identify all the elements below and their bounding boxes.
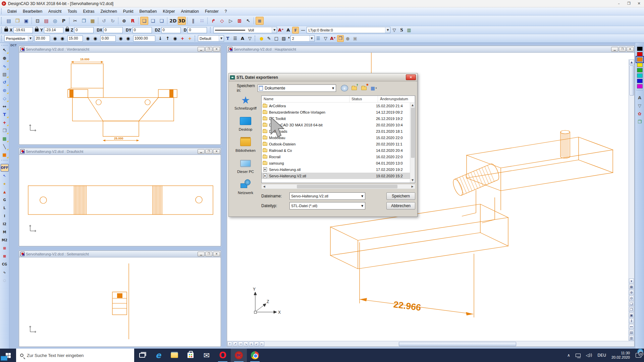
swatch-blue[interactable] xyxy=(637,79,643,83)
viewport-top-canvas[interactable] xyxy=(19,155,221,246)
tilt-input[interactable]: 15.00 xyxy=(67,36,83,42)
layer-select[interactable]: Default ▼ xyxy=(198,35,224,42)
file-row[interactable]: A ArCoMora 15.02.2020 21:4 xyxy=(262,103,410,109)
dimension-tool[interactable]: ↔ xyxy=(1,103,9,110)
sep[interactable] xyxy=(69,17,70,24)
coord-input[interactable]: -23.14 xyxy=(44,27,63,33)
text-plus-icon[interactable]: A⁺ xyxy=(330,35,336,42)
info-panel-icon[interactable]: ≡ xyxy=(256,17,264,25)
polygon-tool[interactable]: ◇ xyxy=(1,95,9,102)
move-down-icon[interactable]: ↓ xyxy=(157,35,164,42)
menu-item[interactable]: Datei xyxy=(4,8,20,15)
parallel-icon[interactable]: ∥ xyxy=(189,17,197,25)
viewport-restore-button[interactable]: ❐ xyxy=(205,252,212,256)
file-list-hscrollbar[interactable]: ◀ ▶ xyxy=(261,184,415,189)
camera-rotate-right-icon[interactable]: ◉ xyxy=(59,35,66,42)
notification-center-button[interactable]: 22 xyxy=(633,353,644,358)
polyline-tool[interactable]: ∿ xyxy=(1,62,9,70)
nav-right[interactable]: → xyxy=(238,342,243,346)
layer-number-select[interactable]: 2 ▼ xyxy=(290,35,315,42)
pointer-icon[interactable]: ↖ xyxy=(244,17,252,25)
coord-input[interactable]: 0 xyxy=(187,27,207,33)
font-icon[interactable]: A xyxy=(285,27,291,34)
swatch-orange[interactable] xyxy=(637,57,643,62)
opera-icon[interactable]: O xyxy=(215,349,231,362)
print-preview-icon[interactable]: ◎ xyxy=(51,17,59,25)
toolbar-grip[interactable] xyxy=(1,44,8,46)
zoom-in-icon[interactable]: ⊕ xyxy=(629,290,634,295)
menu-item[interactable]: Punkt xyxy=(120,8,137,15)
roll-input[interactable]: 0.00 xyxy=(100,36,116,42)
menu-item[interactable]: Fenster xyxy=(202,8,222,15)
nav-down[interactable]: ↓ xyxy=(249,342,254,346)
scroll-down-icon[interactable]: ▼ xyxy=(410,178,415,183)
font-plus-icon[interactable]: A⁺ xyxy=(277,27,284,34)
spline-icon[interactable]: S xyxy=(398,27,405,34)
dropdown-arrow-icon[interactable]: ▼ xyxy=(219,36,224,41)
sep[interactable] xyxy=(207,17,208,24)
viewport-close-button[interactable]: ✕ xyxy=(213,47,220,52)
menu-item[interactable]: Körper xyxy=(160,8,178,15)
snap-midpoint-2[interactable]: M2 xyxy=(1,236,9,244)
grid-view-icon[interactable]: ▦ xyxy=(629,284,634,289)
palette-icon[interactable]: ✿ xyxy=(636,110,644,118)
text-attr-icon[interactable]: A xyxy=(636,94,644,102)
nav-up-right[interactable]: ↗ xyxy=(233,342,237,346)
zoom-previous-icon[interactable]: ❐ xyxy=(629,307,634,312)
column-status[interactable]: Status xyxy=(350,96,378,102)
undo-icon[interactable]: ↺ xyxy=(100,17,108,25)
filter-icon[interactable]: ▽ xyxy=(636,102,644,110)
minimize-button[interactable]: – xyxy=(614,0,624,7)
language-indicator[interactable]: DEU xyxy=(595,353,609,358)
snap-gravity-center[interactable]: CG xyxy=(1,260,9,268)
pages-icon[interactable]: ❐ xyxy=(337,35,344,42)
swatch-green[interactable] xyxy=(637,68,643,72)
camera-roll-left-icon[interactable]: ◉ xyxy=(117,35,124,42)
store-icon[interactable] xyxy=(182,349,199,362)
text-style-icon[interactable]: A xyxy=(239,35,246,42)
text-tool[interactable]: T xyxy=(1,111,9,118)
snap-grid-2[interactable]: ⊠ xyxy=(1,252,9,260)
dropdown-arrow-icon[interactable]: ▼ xyxy=(28,36,33,41)
menu-item[interactable]: ? xyxy=(222,8,230,15)
snap-intersect-1[interactable]: I xyxy=(1,212,9,220)
swatch-cyan[interactable] xyxy=(637,73,643,78)
nav-up[interactable]: ↑ xyxy=(227,342,232,346)
viewport-restore-button[interactable]: ❐ xyxy=(619,47,626,52)
place-item[interactable]: Netzwerk xyxy=(231,179,260,195)
filter-icon[interactable]: ▽ xyxy=(247,35,253,42)
pan-vertical-icon[interactable]: ↕ xyxy=(629,318,634,323)
edge-icon[interactable]: e xyxy=(150,349,166,362)
dropdown-arrow-icon[interactable]: ▼ xyxy=(330,85,336,92)
copy-icon[interactable]: ❐ xyxy=(80,17,88,25)
point-marker-icon[interactable]: ◇ xyxy=(218,17,226,25)
swatch-red[interactable] xyxy=(637,52,643,56)
dropdown-arrow-icon[interactable]: ▼ xyxy=(272,27,277,33)
save-button[interactable]: Speichern xyxy=(386,192,415,200)
toolbar-grip[interactable] xyxy=(255,36,256,42)
layer-lock-icon[interactable]: ▣ xyxy=(352,35,359,42)
coord-input[interactable]: 0 xyxy=(74,27,94,33)
sep[interactable] xyxy=(98,17,99,24)
nav-down-right[interactable]: ↘ xyxy=(244,342,248,346)
scroll-right-icon[interactable]: ▶ xyxy=(410,185,415,188)
linetype-select[interactable]: LTyp:0 Breite:0 ▼ xyxy=(307,27,390,33)
scroll-up-icon[interactable]: ▲ xyxy=(629,60,634,65)
maximize-button[interactable]: ❐ xyxy=(624,0,634,7)
circle-tool[interactable]: ⊙ xyxy=(1,86,9,94)
camera-tilt-down-icon[interactable]: ◉ xyxy=(92,35,99,42)
toolbar-grip[interactable] xyxy=(1,8,3,14)
open-folder-icon[interactable]: ❒ xyxy=(13,17,21,25)
toolbar-grip[interactable] xyxy=(210,27,212,33)
pencil-icon[interactable]: ✎ xyxy=(266,35,272,42)
viewport-restore-button[interactable]: ❐ xyxy=(205,47,212,52)
lock-icon[interactable] xyxy=(65,28,69,32)
place-item[interactable]: Dieser PC xyxy=(231,158,260,174)
file-row[interactable]: A Rocrail 16.02.2020 22:0 xyxy=(262,154,410,160)
point-relative-icon[interactable]: R xyxy=(129,17,137,25)
settings-sliders-icon[interactable]: ☰ xyxy=(232,35,238,42)
scrollbar-thumb[interactable] xyxy=(399,342,516,346)
viewport-minimize-button[interactable]: ▁ xyxy=(611,47,618,52)
sep[interactable] xyxy=(32,17,32,24)
dropdown-arrow-icon[interactable]: ▼ xyxy=(309,36,314,41)
